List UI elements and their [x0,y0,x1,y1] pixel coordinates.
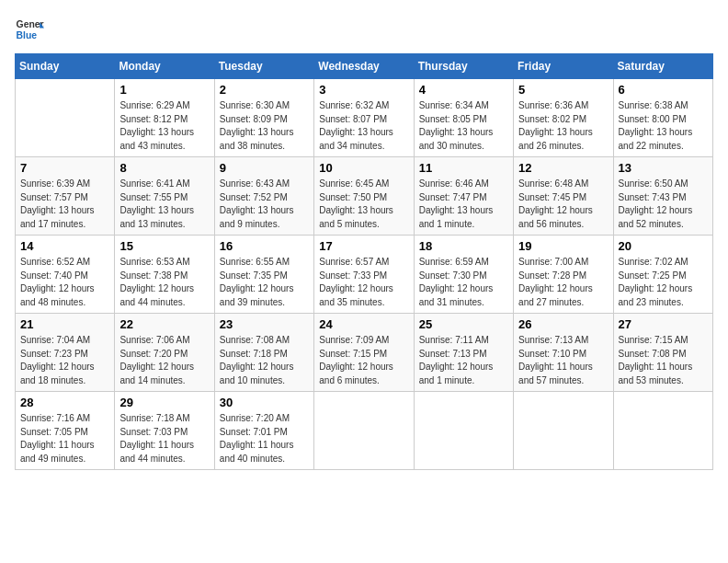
calendar-cell: 22Sunrise: 7:06 AMSunset: 7:20 PMDayligh… [115,314,214,392]
calendar-cell: 1Sunrise: 6:29 AMSunset: 8:12 PMDaylight… [115,79,214,157]
day-number: 30 [220,396,309,409]
day-number: 24 [319,317,408,331]
calendar-cell: 28Sunrise: 7:16 AMSunset: 7:05 PMDayligh… [16,392,115,470]
day-info: Sunrise: 7:11 AMSunset: 7:13 PMDaylight:… [419,334,508,387]
calendar-cell: 3Sunrise: 6:32 AMSunset: 8:07 PMDaylight… [314,79,414,157]
calendar-cell: 8Sunrise: 6:41 AMSunset: 7:55 PMDaylight… [115,157,214,236]
calendar-cell: 12Sunrise: 6:48 AMSunset: 7:45 PMDayligh… [514,157,613,236]
day-number: 13 [619,161,708,175]
calendar-cell: 27Sunrise: 7:15 AMSunset: 7:08 PMDayligh… [613,314,712,392]
day-info: Sunrise: 6:57 AMSunset: 7:33 PMDaylight:… [319,256,408,309]
day-info: Sunrise: 6:46 AMSunset: 7:47 PMDaylight:… [419,178,508,231]
day-info: Sunrise: 6:55 AMSunset: 7:35 PMDaylight:… [220,256,309,309]
day-info: Sunrise: 6:38 AMSunset: 8:00 PMDaylight:… [619,99,708,153]
day-info: Sunrise: 6:41 AMSunset: 7:55 PMDaylight:… [119,178,209,231]
calendar-cell: 13Sunrise: 6:50 AMSunset: 7:43 PMDayligh… [613,157,712,236]
calendar-cell: 10Sunrise: 6:45 AMSunset: 7:50 PMDayligh… [314,157,414,236]
day-info: Sunrise: 7:16 AMSunset: 7:05 PMDaylight:… [20,412,109,465]
day-number: 14 [20,239,109,253]
calendar-cell: 19Sunrise: 7:00 AMSunset: 7:28 PMDayligh… [514,236,613,314]
day-number: 7 [20,161,109,175]
day-number: 20 [619,239,708,253]
calendar-cell: 23Sunrise: 7:08 AMSunset: 7:18 PMDayligh… [214,314,313,392]
calendar-week-row: 14Sunrise: 6:52 AMSunset: 7:40 PMDayligh… [16,236,713,314]
day-info: Sunrise: 7:13 AMSunset: 7:10 PMDaylight:… [518,334,608,387]
day-info: Sunrise: 6:34 AMSunset: 8:05 PMDaylight:… [419,99,508,153]
day-info: Sunrise: 6:30 AMSunset: 8:09 PMDaylight:… [220,99,309,153]
day-info: Sunrise: 6:29 AMSunset: 8:12 PMDaylight:… [119,99,209,153]
calendar-cell [314,392,414,470]
day-number: 12 [518,161,608,175]
calendar-cell: 29Sunrise: 7:18 AMSunset: 7:03 PMDayligh… [115,392,214,470]
page-header: General Blue [15,15,713,44]
day-info: Sunrise: 7:20 AMSunset: 7:01 PMDaylight:… [220,412,309,465]
day-info: Sunrise: 7:06 AMSunset: 7:20 PMDaylight:… [119,334,209,387]
calendar-week-row: 21Sunrise: 7:04 AMSunset: 7:23 PMDayligh… [16,314,713,392]
day-number: 9 [220,161,309,175]
weekday-header: Monday [115,54,214,79]
day-info: Sunrise: 6:39 AMSunset: 7:57 PMDaylight:… [20,178,109,231]
calendar-header: SundayMondayTuesdayWednesdayThursdayFrid… [16,54,713,79]
day-info: Sunrise: 7:04 AMSunset: 7:23 PMDaylight:… [20,334,109,387]
calendar-cell: 18Sunrise: 6:59 AMSunset: 7:30 PMDayligh… [414,236,513,314]
day-number: 3 [319,83,408,97]
day-info: Sunrise: 7:02 AMSunset: 7:25 PMDaylight:… [619,256,708,309]
day-number: 17 [319,239,408,253]
day-number: 21 [20,317,109,331]
weekday-header: Saturday [613,54,712,79]
day-number: 28 [20,396,109,409]
day-info: Sunrise: 6:32 AMSunset: 8:07 PMDaylight:… [319,99,408,153]
day-number: 10 [319,161,408,175]
calendar-cell: 24Sunrise: 7:09 AMSunset: 7:15 PMDayligh… [314,314,414,392]
calendar-cell: 20Sunrise: 7:02 AMSunset: 7:25 PMDayligh… [613,236,712,314]
day-number: 1 [119,83,209,97]
day-info: Sunrise: 7:15 AMSunset: 7:08 PMDaylight:… [619,334,708,387]
calendar-cell: 14Sunrise: 6:52 AMSunset: 7:40 PMDayligh… [16,236,115,314]
day-info: Sunrise: 7:09 AMSunset: 7:15 PMDaylight:… [319,334,408,387]
day-number: 11 [419,161,508,175]
weekday-header: Sunday [16,54,115,79]
calendar-cell: 4Sunrise: 6:34 AMSunset: 8:05 PMDaylight… [414,79,513,157]
calendar-cell: 16Sunrise: 6:55 AMSunset: 7:35 PMDayligh… [214,236,313,314]
calendar-cell [613,392,712,470]
day-number: 8 [119,161,209,175]
day-info: Sunrise: 6:36 AMSunset: 8:02 PMDaylight:… [518,99,608,153]
day-number: 23 [220,317,309,331]
day-number: 15 [119,239,209,253]
calendar-cell [414,392,513,470]
day-number: 18 [419,239,508,253]
weekday-header: Friday [514,54,613,79]
calendar-week-row: 28Sunrise: 7:16 AMSunset: 7:05 PMDayligh… [16,392,713,470]
day-number: 16 [220,239,309,253]
calendar-cell: 21Sunrise: 7:04 AMSunset: 7:23 PMDayligh… [16,314,115,392]
day-info: Sunrise: 6:48 AMSunset: 7:45 PMDaylight:… [518,178,608,231]
calendar-cell: 7Sunrise: 6:39 AMSunset: 7:57 PMDaylight… [16,157,115,236]
calendar-body: 1Sunrise: 6:29 AMSunset: 8:12 PMDaylight… [16,79,713,470]
day-info: Sunrise: 6:53 AMSunset: 7:38 PMDaylight:… [119,256,209,309]
calendar-cell: 9Sunrise: 6:43 AMSunset: 7:52 PMDaylight… [214,157,313,236]
day-info: Sunrise: 6:59 AMSunset: 7:30 PMDaylight:… [419,256,508,309]
calendar-cell: 26Sunrise: 7:13 AMSunset: 7:10 PMDayligh… [514,314,613,392]
calendar-cell: 6Sunrise: 6:38 AMSunset: 8:00 PMDaylight… [613,79,712,157]
day-number: 29 [119,396,209,409]
calendar-cell [514,392,613,470]
calendar-cell: 2Sunrise: 6:30 AMSunset: 8:09 PMDaylight… [214,79,313,157]
calendar-cell: 15Sunrise: 6:53 AMSunset: 7:38 PMDayligh… [115,236,214,314]
logo-icon: General Blue [15,15,44,44]
weekday-header: Thursday [414,54,513,79]
weekday-header: Wednesday [314,54,414,79]
day-number: 25 [419,317,508,331]
day-info: Sunrise: 6:43 AMSunset: 7:52 PMDaylight:… [220,178,309,231]
day-number: 19 [518,239,608,253]
day-info: Sunrise: 6:52 AMSunset: 7:40 PMDaylight:… [20,256,109,309]
day-number: 4 [419,83,508,97]
day-info: Sunrise: 6:50 AMSunset: 7:43 PMDaylight:… [619,178,708,231]
day-number: 27 [619,317,708,331]
day-info: Sunrise: 7:18 AMSunset: 7:03 PMDaylight:… [119,412,209,465]
day-info: Sunrise: 7:00 AMSunset: 7:28 PMDaylight:… [518,256,608,309]
weekday-header: Tuesday [214,54,313,79]
calendar-cell: 5Sunrise: 6:36 AMSunset: 8:02 PMDaylight… [514,79,613,157]
weekday-row: SundayMondayTuesdayWednesdayThursdayFrid… [16,54,713,79]
logo: General Blue [15,15,44,44]
day-number: 5 [518,83,608,97]
